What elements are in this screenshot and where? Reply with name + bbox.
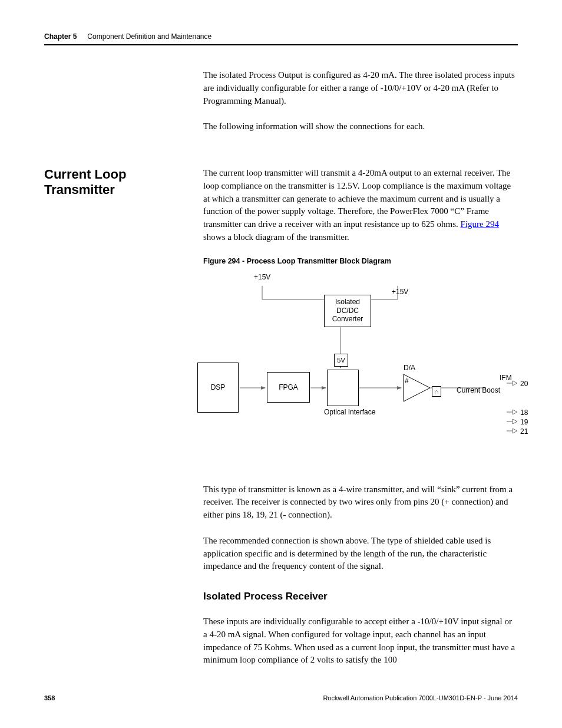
label-5v: 5V	[337, 357, 345, 364]
label-dsp: DSP	[211, 383, 226, 391]
page-number: 358	[44, 694, 55, 701]
box-fpga: FPGA	[267, 372, 310, 403]
label-da: D/A	[404, 364, 415, 372]
section-heading-receiver: Isolated Process Receiver	[203, 591, 518, 602]
page-footer: 358 Rockwell Automation Publication 7000…	[44, 694, 518, 701]
label-cap: ∩	[434, 388, 439, 395]
after-diagram-p2: The recommended connection is shown abov…	[203, 535, 518, 573]
receiver-p1: These inputs are individually configurab…	[203, 615, 518, 667]
figure-caption: Figure 294 - Process Loop Transmitter Bl…	[203, 257, 518, 265]
section-heading-transmitter: Current Loop Transmitter	[44, 167, 191, 198]
label-plus15v-right: +15V	[392, 288, 408, 296]
label-ifm: IFM	[500, 374, 512, 382]
label-pin19: 19	[520, 418, 528, 426]
label-fpga: FPGA	[279, 383, 298, 391]
chapter-label: Chapter 5	[44, 32, 77, 41]
label-plus15v-left: +15V	[254, 273, 270, 281]
transmitter-paragraph: The current loop transmitter will transm…	[203, 167, 518, 244]
box-dcdc: Isolated DC/DC Converter	[324, 295, 371, 327]
label-optical: Optical Interface	[324, 408, 362, 416]
label-current-boost: Current Boost	[457, 386, 489, 394]
box-5v: 5V	[334, 354, 348, 367]
after-diagram-p1: This type of transmitter is known as a 4…	[203, 483, 518, 522]
chapter-subtitle: Component Definition and Maintenance	[87, 32, 211, 41]
label-pin20: 20	[520, 380, 528, 388]
box-dsp: DSP	[197, 363, 239, 413]
publication-info: Rockwell Automation Publication 7000L-UM…	[323, 694, 518, 701]
intro-paragraph-2: The following information will show the …	[203, 120, 518, 133]
block-diagram: +15V +15V Isolated DC/DC Converter 5V DS…	[197, 271, 527, 460]
label-sharp: #	[405, 377, 409, 385]
label-dcdc: Isolated DC/DC Converter	[325, 298, 371, 323]
label-pin21: 21	[520, 427, 528, 436]
figure-link[interactable]: Figure 294	[461, 219, 499, 229]
intro-paragraph-1: The isolated Process Output is configure…	[203, 69, 518, 107]
transmitter-text-b: shows a block diagram of the transmitter…	[203, 232, 349, 242]
box-optical	[327, 370, 359, 406]
page-header: Chapter 5 Component Definition and Maint…	[44, 32, 518, 45]
label-pin18: 18	[520, 409, 528, 417]
box-cap: ∩	[432, 386, 441, 397]
